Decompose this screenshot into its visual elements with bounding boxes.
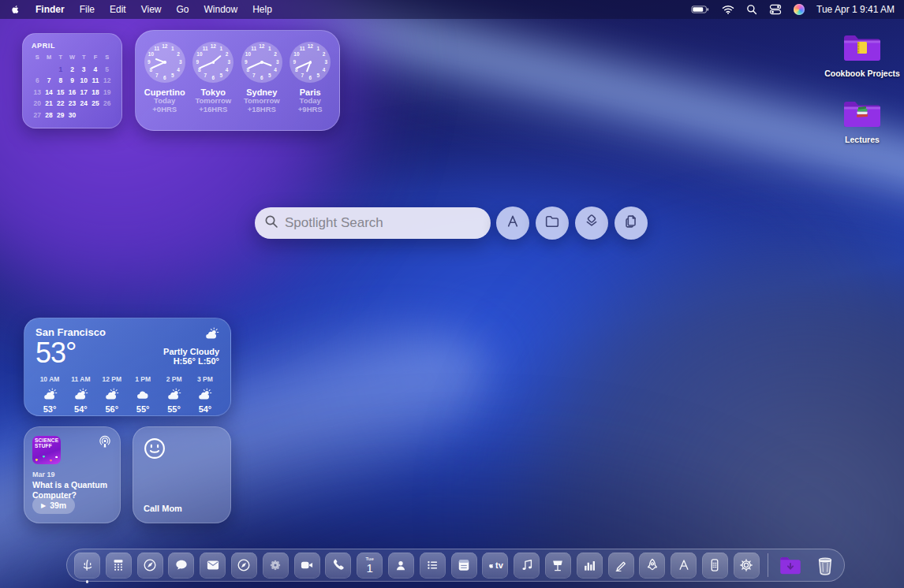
spotlight-search-bar[interactable] [255, 207, 491, 239]
dock-app-appletv[interactable]: tv [482, 553, 508, 579]
menu-item-help[interactable]: Help [252, 4, 272, 15]
calendar-weekday: W [66, 53, 78, 62]
dock-app-facetime[interactable] [294, 553, 320, 579]
dock-downloads[interactable] [775, 551, 805, 579]
wifi-icon[interactable] [722, 5, 734, 14]
menu-item-edit[interactable]: Edit [110, 4, 126, 15]
dock-app-appstore[interactable] [671, 553, 697, 579]
calendar-day-17: 17 [78, 87, 90, 97]
calendar-day-1: 1 [54, 65, 66, 74]
world-clock-widget[interactable]: 123456789101112CupertinoToday+0HRS123456… [135, 30, 340, 131]
siri-icon[interactable] [794, 4, 805, 15]
clock-face: 123456789101112 [241, 42, 282, 83]
partly-cloudy-icon [160, 386, 189, 402]
weather-condition-icon [204, 330, 219, 344]
hour-label: 12 PM [98, 375, 126, 383]
weather-high-low: H:56° L:50° [163, 356, 219, 366]
dock-app-messages[interactable] [168, 553, 194, 579]
dock-app-photos[interactable] [263, 553, 289, 579]
dock-app-contacts[interactable] [388, 553, 414, 579]
play-icon: ▶ [41, 502, 46, 509]
app-store-icon [504, 213, 521, 233]
dock-app-iphone-mirroring[interactable] [702, 553, 728, 579]
menu-item-file[interactable]: File [80, 4, 95, 15]
menu-items: FileEditViewGoWindowHelp [80, 4, 272, 15]
dock-app-launchpad[interactable] [639, 553, 665, 579]
apple-logo-icon[interactable] [9, 3, 21, 16]
calendar-weekday: S [101, 53, 113, 62]
dock-app-finder[interactable] [74, 553, 100, 579]
dock-app-phone[interactable] [325, 553, 351, 579]
dock-app-calculator[interactable] [106, 553, 132, 579]
dock-app-music[interactable] [514, 553, 540, 579]
menu-item-window[interactable]: Window [204, 4, 238, 15]
weather-hour-1pm: 1 PM55° [129, 375, 157, 414]
calendar-day-20: 20 [32, 99, 43, 108]
world-clock-cupertino: 123456789101112CupertinoToday+0HRS [141, 42, 189, 124]
control-center-icon[interactable] [769, 4, 782, 15]
clock-offset-label: +18HRS [238, 106, 286, 114]
dock-app-reminders[interactable] [420, 553, 446, 579]
dock-app-settings[interactable] [734, 553, 760, 579]
dock-app-mail[interactable] [200, 553, 226, 579]
hour-temp: 54° [66, 404, 95, 414]
calendar-day-2: 2 [66, 65, 78, 74]
active-app-menu[interactable]: Finder [35, 4, 65, 15]
partly-cloudy-icon [191, 386, 219, 402]
dock-app-calendar[interactable]: Tue1 [357, 553, 383, 579]
calendar-weekday: S [32, 53, 43, 62]
partly-cloudy-icon [66, 386, 95, 402]
calendar-day-28: 28 [43, 110, 55, 120]
calendar-day-5: 5 [101, 65, 113, 74]
calendar-day-10: 10 [78, 76, 90, 85]
weather-widget[interactable]: San Francisco 53° Partly Cloudy H:56° L:… [24, 318, 231, 416]
clock-offset-label: +16HRS [189, 106, 237, 114]
menu-bar-clock[interactable]: Tue Apr 1 9:41 AM [816, 4, 895, 15]
shortcuts-filter-button[interactable] [575, 207, 608, 240]
calendar-day-12: 12 [101, 76, 113, 85]
desktop-folder-cookbook-projects[interactable]: Cookbook Projects [824, 32, 900, 78]
clock-face: 123456789101112 [144, 42, 185, 83]
calendar-day-6: 6 [32, 76, 43, 85]
search-icon[interactable] [746, 4, 757, 15]
calendar-day-7: 7 [43, 76, 55, 85]
hour-temp: 54° [191, 404, 219, 414]
spotlight-search-input[interactable] [285, 215, 481, 231]
desktop-folder-lectures[interactable]: Lectures [824, 98, 900, 144]
applications-filter-button[interactable] [496, 207, 529, 240]
calendar-weekday: F [90, 53, 102, 62]
dock-app-maps[interactable] [231, 553, 257, 579]
menu-item-view[interactable]: View [141, 4, 162, 15]
calendar-day-16: 16 [66, 87, 78, 97]
calendar-widget[interactable]: APRIL SMTWTFS123456789101112131415161718… [22, 33, 122, 128]
clock-offset-label: +0HRS [141, 106, 189, 114]
calendar-day-empty [32, 65, 43, 74]
podcast-play-button[interactable]: ▶ 39m [32, 497, 75, 514]
files-filter-button[interactable] [536, 207, 569, 240]
calendar-day-26: 26 [101, 99, 113, 108]
menu-item-go[interactable]: Go [177, 4, 189, 15]
dock-app-keynote[interactable] [545, 553, 571, 579]
calendar-day-25: 25 [90, 99, 102, 108]
battery-icon[interactable] [691, 5, 710, 14]
dock-app-freeform[interactable] [608, 553, 634, 579]
dock-app-safari[interactable] [137, 553, 163, 579]
clipboard-filter-button[interactable] [614, 207, 648, 240]
dock: Tue1tv [66, 549, 845, 582]
dock-app-numbers[interactable] [577, 553, 603, 579]
hour-label: 10 AM [35, 375, 64, 383]
shortcut-widget[interactable]: Call Mom [133, 426, 231, 523]
calendar-day-empty [43, 65, 55, 74]
dock-calendar-day: 1 [366, 562, 374, 574]
calendar-weekday: M [43, 53, 55, 62]
podcast-widget[interactable]: SCIENCE STUFF Mar 19 What is a Quantum C… [24, 426, 121, 523]
calendar-day-9: 9 [66, 76, 78, 85]
dock-app-notes[interactable] [451, 553, 477, 579]
hour-label: 1 PM [129, 375, 157, 383]
calendar-day-29: 29 [54, 110, 66, 120]
dock-trash[interactable] [810, 551, 839, 579]
weather-hour-11am: 11 AM54° [66, 375, 95, 414]
calendar-day-empty [90, 110, 102, 120]
hour-label: 11 AM [66, 375, 95, 383]
calendar-day-24: 24 [78, 99, 90, 108]
